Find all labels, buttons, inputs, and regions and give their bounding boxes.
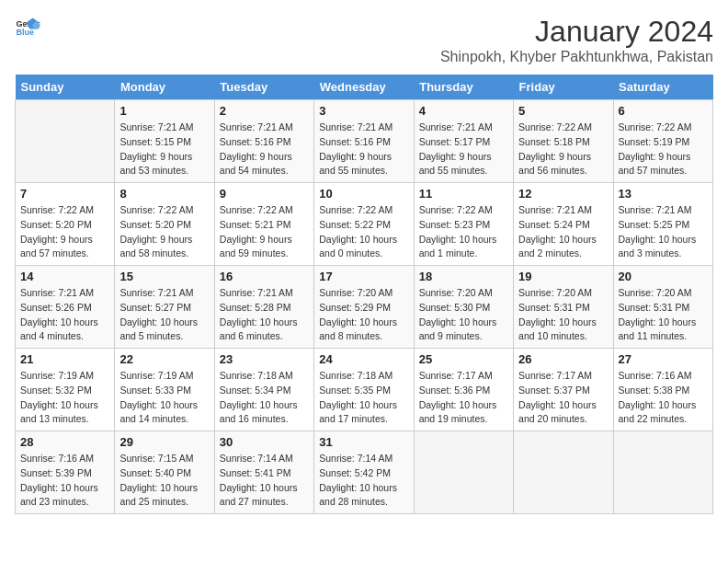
- calendar-cell: 27Sunrise: 7:16 AMSunset: 5:38 PMDayligh…: [613, 349, 712, 431]
- calendar-cell: [16, 100, 115, 183]
- day-number: 19: [518, 270, 608, 283]
- subtitle: Shinpokh, Khyber Pakhtunkhwa, Pakistan: [440, 49, 713, 65]
- day-info: Sunrise: 7:22 AMSunset: 5:23 PMDaylight:…: [419, 203, 508, 261]
- calendar-cell: 6Sunrise: 7:22 AMSunset: 5:19 PMDaylight…: [613, 100, 712, 183]
- day-number: 13: [619, 187, 708, 201]
- day-number: 6: [619, 104, 708, 118]
- day-number: 11: [419, 187, 508, 201]
- day-number: 28: [20, 435, 109, 449]
- day-info: Sunrise: 7:16 AMSunset: 5:39 PMDaylight:…: [20, 452, 109, 510]
- day-number: 17: [319, 270, 408, 283]
- calendar-cell: 24Sunrise: 7:18 AMSunset: 5:35 PMDayligh…: [314, 349, 414, 431]
- days-header-row: SundayMondayTuesdayWednesdayThursdayFrid…: [16, 75, 713, 100]
- calendar-week-row: 7Sunrise: 7:22 AMSunset: 5:20 PMDaylight…: [16, 183, 713, 266]
- day-info: Sunrise: 7:21 AMSunset: 5:15 PMDaylight:…: [119, 121, 209, 178]
- calendar-cell: 18Sunrise: 7:20 AMSunset: 5:30 PMDayligh…: [414, 266, 513, 349]
- svg-text:Blue: Blue: [16, 28, 34, 37]
- calendar-cell: 28Sunrise: 7:16 AMSunset: 5:39 PMDayligh…: [16, 431, 115, 514]
- day-number: 4: [419, 104, 508, 118]
- day-number: 20: [619, 270, 708, 283]
- calendar-cell: 26Sunrise: 7:17 AMSunset: 5:37 PMDayligh…: [514, 349, 613, 431]
- calendar-cell: 17Sunrise: 7:20 AMSunset: 5:29 PMDayligh…: [314, 266, 414, 349]
- calendar-cell: 30Sunrise: 7:14 AMSunset: 5:41 PMDayligh…: [214, 431, 313, 514]
- day-number: 23: [220, 352, 309, 366]
- logo-icon: General Blue: [15, 15, 40, 40]
- day-number: 1: [119, 104, 209, 118]
- day-info: Sunrise: 7:20 AMSunset: 5:31 PMDaylight:…: [518, 286, 608, 344]
- calendar-week-row: 14Sunrise: 7:21 AMSunset: 5:26 PMDayligh…: [16, 266, 713, 349]
- day-of-week-header: Tuesday: [214, 75, 313, 100]
- calendar-week-row: 1Sunrise: 7:21 AMSunset: 5:15 PMDaylight…: [16, 100, 713, 183]
- title-area: January 2024 Shinpokh, Khyber Pakhtunkhw…: [440, 15, 713, 65]
- calendar-cell: 31Sunrise: 7:14 AMSunset: 5:42 PMDayligh…: [314, 431, 414, 514]
- day-number: 21: [20, 352, 109, 366]
- calendar-body: 1Sunrise: 7:21 AMSunset: 5:15 PMDaylight…: [16, 100, 713, 514]
- day-of-week-header: Wednesday: [314, 75, 414, 100]
- calendar-cell: 3Sunrise: 7:21 AMSunset: 5:16 PMDaylight…: [314, 100, 414, 183]
- day-number: 22: [119, 352, 209, 366]
- calendar-week-row: 28Sunrise: 7:16 AMSunset: 5:39 PMDayligh…: [16, 431, 713, 514]
- calendar-cell: 22Sunrise: 7:19 AMSunset: 5:33 PMDayligh…: [115, 349, 214, 431]
- calendar-table: SundayMondayTuesdayWednesdayThursdayFrid…: [15, 75, 713, 514]
- calendar-cell: 29Sunrise: 7:15 AMSunset: 5:40 PMDayligh…: [115, 431, 214, 514]
- day-number: 10: [319, 187, 408, 201]
- logo: General Blue: [15, 15, 40, 40]
- calendar-cell: 8Sunrise: 7:22 AMSunset: 5:20 PMDaylight…: [115, 183, 214, 266]
- calendar-cell: 10Sunrise: 7:22 AMSunset: 5:22 PMDayligh…: [314, 183, 414, 266]
- calendar-cell: [514, 431, 613, 514]
- day-number: 31: [319, 435, 408, 449]
- day-info: Sunrise: 7:17 AMSunset: 5:36 PMDaylight:…: [419, 369, 508, 427]
- day-number: 8: [119, 187, 209, 201]
- day-info: Sunrise: 7:20 AMSunset: 5:29 PMDaylight:…: [319, 286, 408, 344]
- calendar-week-row: 21Sunrise: 7:19 AMSunset: 5:32 PMDayligh…: [16, 349, 713, 431]
- day-number: 5: [518, 104, 608, 118]
- day-number: 15: [119, 270, 209, 283]
- day-number: 16: [220, 270, 309, 283]
- day-info: Sunrise: 7:16 AMSunset: 5:38 PMDaylight:…: [619, 369, 708, 427]
- day-info: Sunrise: 7:22 AMSunset: 5:20 PMDaylight:…: [119, 203, 209, 261]
- day-of-week-header: Monday: [115, 75, 214, 100]
- day-number: 24: [319, 352, 408, 366]
- day-info: Sunrise: 7:21 AMSunset: 5:24 PMDaylight:…: [518, 203, 608, 261]
- day-info: Sunrise: 7:14 AMSunset: 5:41 PMDaylight:…: [220, 452, 309, 510]
- calendar-cell: 15Sunrise: 7:21 AMSunset: 5:27 PMDayligh…: [115, 266, 214, 349]
- header: General Blue January 2024 Shinpokh, Khyb…: [15, 15, 713, 65]
- day-info: Sunrise: 7:21 AMSunset: 5:25 PMDaylight:…: [619, 203, 708, 261]
- calendar-cell: [414, 431, 513, 514]
- calendar-cell: 7Sunrise: 7:22 AMSunset: 5:20 PMDaylight…: [16, 183, 115, 266]
- day-info: Sunrise: 7:21 AMSunset: 5:27 PMDaylight:…: [119, 286, 209, 344]
- calendar-cell: 21Sunrise: 7:19 AMSunset: 5:32 PMDayligh…: [16, 349, 115, 431]
- day-number: 9: [220, 187, 309, 201]
- day-of-week-header: Sunday: [16, 75, 115, 100]
- calendar-cell: 14Sunrise: 7:21 AMSunset: 5:26 PMDayligh…: [16, 266, 115, 349]
- calendar-cell: 11Sunrise: 7:22 AMSunset: 5:23 PMDayligh…: [414, 183, 513, 266]
- day-number: 25: [419, 352, 508, 366]
- main-title: January 2024: [440, 15, 713, 49]
- day-of-week-header: Saturday: [613, 75, 712, 100]
- calendar-cell: [613, 431, 712, 514]
- day-number: 26: [518, 352, 608, 366]
- day-number: 14: [20, 270, 109, 283]
- day-info: Sunrise: 7:22 AMSunset: 5:18 PMDaylight:…: [518, 121, 608, 178]
- day-number: 2: [220, 104, 309, 118]
- calendar-cell: 1Sunrise: 7:21 AMSunset: 5:15 PMDaylight…: [115, 100, 214, 183]
- calendar-header: SundayMondayTuesdayWednesdayThursdayFrid…: [16, 75, 713, 100]
- day-info: Sunrise: 7:20 AMSunset: 5:31 PMDaylight:…: [619, 286, 708, 344]
- calendar-cell: 25Sunrise: 7:17 AMSunset: 5:36 PMDayligh…: [414, 349, 513, 431]
- day-info: Sunrise: 7:19 AMSunset: 5:33 PMDaylight:…: [119, 369, 209, 427]
- day-info: Sunrise: 7:21 AMSunset: 5:28 PMDaylight:…: [220, 286, 309, 344]
- calendar-cell: 23Sunrise: 7:18 AMSunset: 5:34 PMDayligh…: [214, 349, 313, 431]
- day-info: Sunrise: 7:21 AMSunset: 5:26 PMDaylight:…: [20, 286, 109, 344]
- day-info: Sunrise: 7:18 AMSunset: 5:34 PMDaylight:…: [220, 369, 309, 427]
- day-number: 7: [20, 187, 109, 201]
- day-of-week-header: Friday: [514, 75, 613, 100]
- day-info: Sunrise: 7:22 AMSunset: 5:21 PMDaylight:…: [220, 203, 309, 261]
- day-info: Sunrise: 7:17 AMSunset: 5:37 PMDaylight:…: [518, 369, 608, 427]
- day-info: Sunrise: 7:20 AMSunset: 5:30 PMDaylight:…: [419, 286, 508, 344]
- calendar-cell: 2Sunrise: 7:21 AMSunset: 5:16 PMDaylight…: [214, 100, 313, 183]
- day-info: Sunrise: 7:19 AMSunset: 5:32 PMDaylight:…: [20, 369, 109, 427]
- day-info: Sunrise: 7:22 AMSunset: 5:20 PMDaylight:…: [20, 203, 109, 261]
- day-info: Sunrise: 7:21 AMSunset: 5:16 PMDaylight:…: [319, 121, 408, 178]
- calendar-cell: 5Sunrise: 7:22 AMSunset: 5:18 PMDaylight…: [514, 100, 613, 183]
- day-number: 18: [419, 270, 508, 283]
